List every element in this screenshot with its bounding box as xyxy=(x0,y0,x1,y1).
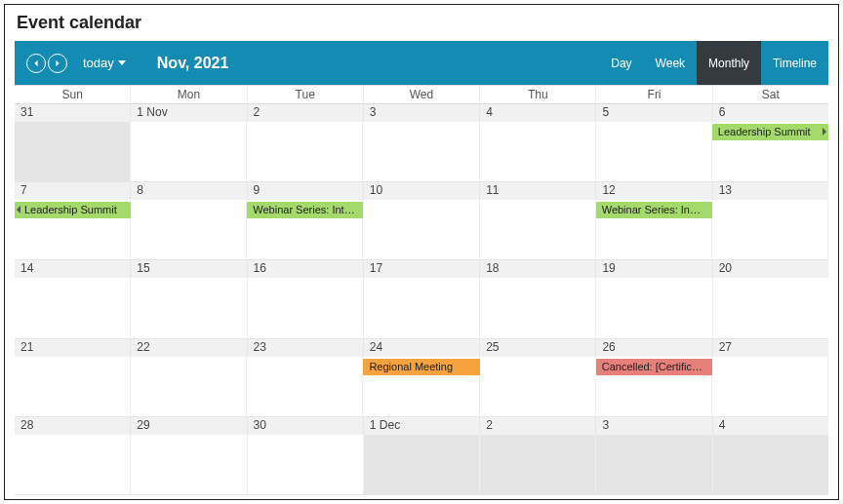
body-row xyxy=(15,278,828,337)
date-cell[interactable]: 14 xyxy=(15,260,131,278)
day-cell[interactable] xyxy=(596,122,712,181)
day-header: Mon xyxy=(131,86,247,103)
day-cell[interactable] xyxy=(363,122,479,181)
date-cell[interactable]: 18 xyxy=(480,260,596,278)
continues-left-icon xyxy=(17,206,20,213)
body-row: Regional MeetingCancelled: [Certificati.… xyxy=(15,357,828,416)
date-row: 311 Nov23456 xyxy=(15,104,828,122)
date-cell[interactable]: 13 xyxy=(713,182,828,200)
date-cell[interactable]: 28 xyxy=(15,417,131,435)
date-cell[interactable]: 8 xyxy=(131,182,247,200)
date-row: 78910111213 xyxy=(15,182,828,200)
view-monthly-button[interactable]: Monthly xyxy=(697,41,761,85)
day-cell[interactable] xyxy=(596,435,712,494)
day-cell[interactable] xyxy=(364,278,480,337)
day-cell[interactable] xyxy=(247,122,363,181)
day-cell[interactable] xyxy=(15,278,131,337)
day-cell[interactable] xyxy=(596,278,712,337)
date-cell[interactable]: 31 xyxy=(15,104,131,122)
month-label: Nov, 2021 xyxy=(157,55,229,72)
date-cell[interactable]: 11 xyxy=(480,182,596,200)
next-button[interactable] xyxy=(48,54,67,73)
today-button[interactable]: today xyxy=(83,56,126,70)
date-row: 14151617181920 xyxy=(15,260,828,278)
date-row: 21222324252627 xyxy=(15,339,828,357)
day-cell[interactable] xyxy=(131,200,247,259)
calendar-event[interactable]: Regional Meeting xyxy=(363,359,479,375)
date-cell[interactable]: 17 xyxy=(364,260,480,278)
day-cell[interactable] xyxy=(248,278,364,337)
date-cell[interactable]: 29 xyxy=(131,417,247,435)
prev-button[interactable] xyxy=(26,54,46,73)
day-cell[interactable] xyxy=(480,278,596,337)
date-cell[interactable]: 2 xyxy=(248,104,364,122)
chevron-left-icon xyxy=(32,59,40,67)
date-cell[interactable]: 23 xyxy=(248,339,364,357)
calendar-event[interactable]: Webinar Series: Inter... xyxy=(247,202,363,218)
calendar-toolbar: today Nov, 2021 Day Week Monthly Timelin… xyxy=(15,41,828,85)
day-cell[interactable] xyxy=(480,357,596,416)
date-cell[interactable]: 30 xyxy=(248,417,364,435)
date-cell[interactable]: 4 xyxy=(713,417,828,435)
day-cell[interactable] xyxy=(363,200,479,259)
day-header: Wed xyxy=(364,86,480,103)
date-cell[interactable]: 26 xyxy=(596,339,712,357)
week-row: 311 Nov23456Leadership Summit xyxy=(15,104,828,182)
date-cell[interactable]: 10 xyxy=(364,182,480,200)
week-row: 14151617181920 xyxy=(15,260,828,338)
day-cell[interactable] xyxy=(480,122,596,181)
view-timeline-button[interactable]: Timeline xyxy=(761,41,828,85)
day-cell[interactable] xyxy=(131,278,247,337)
date-cell[interactable]: 27 xyxy=(713,339,828,357)
date-cell[interactable]: 7 xyxy=(15,182,131,200)
day-cell[interactable] xyxy=(480,200,596,259)
date-cell[interactable]: 3 xyxy=(364,104,480,122)
day-cell[interactable] xyxy=(15,435,131,494)
calendar-event[interactable]: Webinar Series: Indu... xyxy=(596,202,712,218)
today-label: today xyxy=(83,56,114,70)
date-cell[interactable]: 6 xyxy=(713,104,828,122)
day-cell[interactable] xyxy=(364,435,480,494)
day-cell[interactable] xyxy=(131,122,247,181)
calendar-event[interactable]: Leadership Summit xyxy=(712,124,828,140)
day-cell[interactable] xyxy=(131,435,247,494)
date-cell[interactable]: 1 Dec xyxy=(364,417,480,435)
day-cell[interactable] xyxy=(480,435,596,494)
day-cell[interactable] xyxy=(15,357,131,416)
date-cell[interactable]: 4 xyxy=(480,104,596,122)
date-cell[interactable]: 1 Nov xyxy=(131,104,247,122)
date-cell[interactable]: 20 xyxy=(713,260,828,278)
date-cell[interactable]: 22 xyxy=(131,339,247,357)
day-cell[interactable] xyxy=(713,278,828,337)
date-cell[interactable]: 2 xyxy=(480,417,596,435)
date-cell[interactable]: 24 xyxy=(364,339,480,357)
body-row xyxy=(15,435,828,494)
day-cell[interactable] xyxy=(248,435,364,494)
date-cell[interactable]: 12 xyxy=(596,182,712,200)
date-cell[interactable]: 19 xyxy=(596,260,712,278)
day-header: Thu xyxy=(480,86,596,103)
day-cell[interactable] xyxy=(712,357,828,416)
day-header: Sat xyxy=(713,86,828,103)
date-cell[interactable]: 21 xyxy=(15,339,131,357)
day-cell[interactable] xyxy=(247,357,363,416)
day-cell[interactable] xyxy=(712,200,828,259)
date-cell[interactable]: 3 xyxy=(596,417,712,435)
day-cell[interactable] xyxy=(131,357,247,416)
date-cell[interactable]: 5 xyxy=(596,104,712,122)
date-cell[interactable]: 9 xyxy=(248,182,364,200)
day-cell[interactable] xyxy=(713,435,828,494)
day-header-row: SunMonTueWedThuFriSat xyxy=(15,85,828,104)
week-row: 2829301 Dec234 xyxy=(15,417,828,495)
calendar-event[interactable]: Leadership Summit xyxy=(15,202,131,218)
date-cell[interactable]: 15 xyxy=(131,260,247,278)
calendar-event[interactable]: Cancelled: [Certificati... xyxy=(596,359,712,375)
day-cell[interactable] xyxy=(15,122,131,181)
day-header: Fri xyxy=(596,86,712,103)
view-week-button[interactable]: Week xyxy=(644,41,697,85)
date-cell[interactable]: 16 xyxy=(248,260,364,278)
nav-arrows xyxy=(26,54,67,73)
date-cell[interactable]: 25 xyxy=(480,339,596,357)
view-day-button[interactable]: Day xyxy=(599,41,643,85)
calendar-panel: Event calendar today Nov, 2021 Day Week … xyxy=(4,4,839,500)
